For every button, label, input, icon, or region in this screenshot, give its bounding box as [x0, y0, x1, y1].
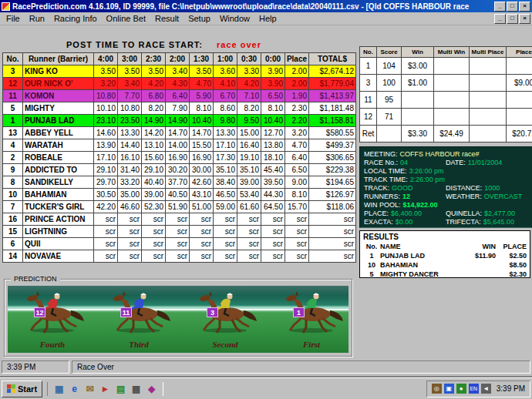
post-time-cell: $499.37 — [309, 139, 356, 152]
post-time-cell: 4.70 — [285, 139, 309, 152]
results-table: No.NAMEWINPLACE1PUNJAB LAD$11.90$2.5010B… — [363, 242, 527, 279]
menu-item-setup[interactable]: Setup — [184, 13, 215, 24]
post-time-cell: 10.40 — [190, 115, 214, 127]
runner-row[interactable]: 3KING KO3.503.503.503.403.503.603.303.90… — [3, 65, 356, 78]
post-time-cell: scr — [166, 226, 190, 238]
post-time-cell: 39.50 — [261, 176, 285, 189]
maximize-button[interactable]: □ — [507, 2, 518, 12]
runner-row[interactable]: 14NOVAVAEscrscrscrscrscrscrscrscrscrscr — [3, 250, 356, 263]
volume-icon[interactable]: ◄ — [481, 384, 491, 394]
meeting-field-label: DISTANCE: — [446, 184, 482, 192]
post-time-cell: 51.90 — [166, 201, 190, 213]
post-time-cell: 15.50 — [190, 139, 214, 152]
meeting-field-value: $2,477.00 — [484, 210, 515, 217]
post-time-column-header: 3:00 — [118, 53, 142, 65]
menu-item-result[interactable]: Result — [150, 13, 184, 24]
runner-row[interactable]: 16PRINCE ACTIONscrscrscrscrscrscrscrscrs… — [3, 213, 356, 226]
close-button[interactable]: × — [519, 2, 530, 12]
minimize-button[interactable]: _ — [494, 2, 506, 12]
explorer-icon[interactable]: ▤ — [114, 382, 127, 396]
menu-item-help[interactable]: Help — [254, 13, 281, 24]
language-en-badge[interactable]: EN — [469, 384, 479, 394]
runner-row[interactable]: 12OUR NICK O'3.203.404.204.304.704.104.2… — [3, 78, 356, 90]
runner-row[interactable]: 5MIGHTY10.1010.808.207.908.108.608.208.1… — [3, 102, 356, 115]
post-time-cell: 16.90 — [166, 152, 190, 164]
post-time-cell: WARATAH — [23, 139, 94, 152]
post-time-cell: scr — [94, 226, 118, 238]
paint-icon[interactable]: ◆ — [145, 382, 158, 396]
meeting-pair: TRIFECTA:$5,645.00 — [446, 218, 514, 226]
status-time: 3:39 PM — [2, 360, 69, 374]
post-time-cell: 8 — [3, 176, 23, 189]
runner-row[interactable]: 15LIGHTNINGscrscrscrscrscrscrscrscrscrsc… — [3, 226, 356, 238]
post-time-cell: 16.10 — [118, 152, 142, 164]
post-time-cell: 3.90 — [261, 78, 285, 90]
runner-row[interactable]: 7TUCKER'S GIRL42.2046.6052.3051.9051.005… — [3, 201, 356, 213]
runner-row[interactable]: 4WARATAH13.9014.4013.1014.0015.5017.1016… — [3, 139, 356, 152]
meeting-field-label: WEATHER: — [446, 193, 482, 200]
post-time-cell: 19.10 — [237, 152, 261, 164]
post-time-cell: 7.70 — [118, 90, 142, 102]
meeting-line: RUNNERS:12WEATHER:OVERCAST — [364, 193, 531, 201]
meeting-pair: RUNNERS:12 — [364, 193, 446, 201]
runner-row[interactable]: 6QUIIscrscrscrscrscrscrscrscrscrscr — [3, 238, 356, 250]
post-time-cell: 14.70 — [166, 127, 190, 139]
ie-icon[interactable]: e — [68, 382, 81, 396]
menu-item-run[interactable]: Run — [25, 13, 49, 24]
menu-item-file[interactable]: File — [2, 13, 25, 24]
post-time-cell: 1.90 — [285, 90, 309, 102]
horse-position-label: Fourth — [12, 340, 93, 349]
post-time-cell: 4.20 — [237, 78, 261, 90]
meeting-pair: PLACE:$6,400.00 — [364, 210, 446, 218]
start-button[interactable]: Start — [2, 381, 42, 397]
antivirus-icon[interactable]: ● — [456, 384, 466, 394]
score-cell: 3 — [360, 75, 377, 92]
results-cell: BAHAMIAN — [380, 260, 460, 270]
display-icon[interactable]: ▣ — [444, 384, 454, 394]
outlook-icon[interactable]: ✉ — [83, 382, 96, 396]
mdi-minimize-button[interactable]: _ — [494, 14, 506, 24]
post-time-cell: scr — [118, 213, 142, 226]
runner-row[interactable]: 11KOMON10.807.706.806.405.906.707.106.50… — [3, 90, 356, 102]
runner-row[interactable]: 9ADDICTED TO29.1031.4029.1030.2030.0035.… — [3, 164, 356, 176]
post-time-cell: 7 — [3, 201, 23, 213]
horse-sprite — [271, 290, 348, 335]
runner-row[interactable]: 13ABBEY YELL14.6013.3014.2014.7014.7013.… — [3, 127, 356, 139]
menu-item-online-bet[interactable]: Online Bet — [102, 13, 150, 24]
post-time-cell: scr — [142, 238, 166, 250]
mdi-close-button[interactable]: × — [519, 14, 530, 24]
runner-row[interactable]: 10BAHAMIAN30.5035.0039.0040.5043.1046.50… — [3, 189, 356, 201]
score-row: Ret$3.30$24.49$20.71 — [360, 126, 532, 142]
post-time-cell: 6.50 — [285, 164, 309, 176]
score-cell — [434, 75, 470, 92]
runner-row[interactable]: 2ROBEALE17.1016.1015.6016.9016.9017.3019… — [3, 152, 356, 164]
runner-row[interactable]: 8SANDIKELLY29.7033.2040.4037.7042.6038.4… — [3, 176, 356, 189]
post-time-cell: 59.00 — [214, 201, 237, 213]
post-time-cell: KOMON — [23, 90, 94, 102]
horse-number-badge: 12 — [34, 307, 45, 317]
runner-row[interactable]: 1PUNJAB LAD23.1023.5014.9014.9010.409.80… — [3, 115, 356, 127]
post-time-cell: 1 — [3, 115, 23, 127]
score-cell — [470, 58, 507, 75]
taskbar: Start ▦e✉►▤▩◆ ◎▣●EN◄ 3:39 PM — [0, 377, 532, 399]
mdi-restore-button[interactable]: □ — [507, 14, 518, 24]
post-time-cell: $229.38 — [309, 164, 356, 176]
post-time-cell: 6.40 — [285, 152, 309, 164]
results-cell: PUNJAB LAD — [380, 251, 460, 260]
meeting-pair: EXACTA:$0.00 — [364, 218, 446, 226]
menu-item-window[interactable]: Window — [215, 13, 254, 24]
calculator-icon[interactable]: ▩ — [130, 382, 143, 396]
post-time-cell: 6.40 — [166, 90, 190, 102]
post-time-cell: 10.40 — [261, 115, 285, 127]
post-time-cell: 2 — [3, 152, 23, 164]
score-cell: 12 — [360, 109, 377, 126]
post-time-cell: scr — [261, 226, 285, 238]
scheduler-icon[interactable]: ◎ — [432, 384, 442, 394]
menu-item-racing-info[interactable]: Racing Info — [49, 13, 102, 24]
horse-number-badge: 1 — [293, 307, 305, 317]
show-desktop-icon[interactable]: ▦ — [52, 382, 66, 396]
meeting-pair: MEETING:COFFS HARBOUR race# — [364, 150, 480, 158]
taskbar-clock[interactable]: 3:39 PM — [497, 384, 525, 393]
post-time-cell: ABBEY YELL — [23, 127, 94, 139]
media-player-icon[interactable]: ► — [99, 382, 112, 396]
